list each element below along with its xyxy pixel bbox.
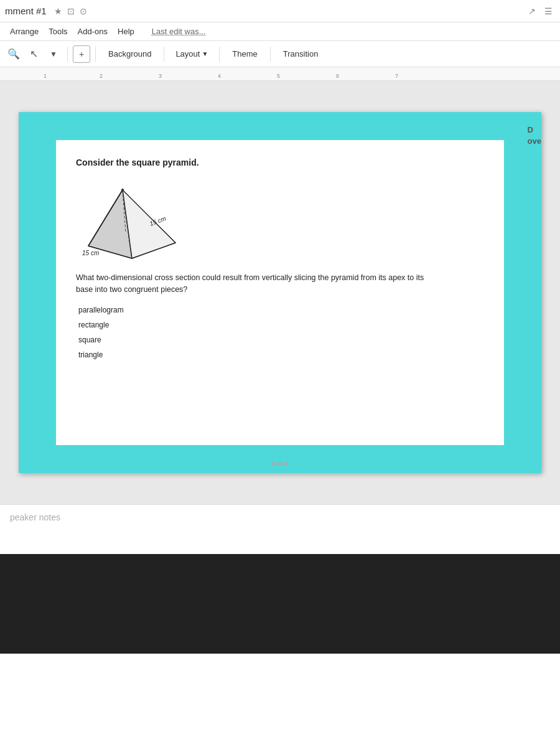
layout-button[interactable]: Layout ▼ — [169, 47, 214, 61]
add-element-icon[interactable]: + — [73, 45, 90, 63]
ruler-tick-6: 6 — [336, 73, 339, 79]
dot-3[interactable] — [284, 462, 288, 466]
ruler: 1 2 3 4 5 6 7 — [0, 67, 560, 81]
menu-help[interactable]: Help — [113, 27, 139, 36]
svg-text:15 cm: 15 cm — [82, 250, 99, 256]
option-rectangle[interactable]: rectangle — [76, 321, 484, 329]
sidebar-partial: D ove — [528, 125, 541, 147]
transition-button[interactable]: Transition — [276, 47, 326, 61]
menu-addons[interactable]: Add-ons — [73, 27, 113, 36]
ruler-tick-3: 3 — [159, 73, 162, 79]
ruler-tick-7: 7 — [395, 73, 398, 79]
question-text: What two-dimensional cross section could… — [76, 272, 437, 296]
cloud-icon[interactable]: ⊙ — [80, 6, 87, 16]
bottom-bar — [0, 554, 560, 654]
speaker-notes-placeholder: peaker notes — [10, 512, 60, 522]
separator-4 — [219, 47, 220, 62]
top-right-actions: ↗ ☰ — [526, 6, 555, 16]
sidebar-label-d: D — [528, 125, 541, 136]
separator-2 — [95, 47, 96, 62]
pyramid-svg: 15 cm 15 cm — [76, 177, 188, 265]
slide-navigation-dots[interactable] — [272, 462, 288, 466]
menu-icon[interactable]: ☰ — [544, 6, 553, 16]
menu-tools[interactable]: Tools — [44, 27, 72, 36]
star-icon[interactable]: ★ — [54, 6, 62, 16]
ruler-tick-5: 5 — [277, 73, 280, 79]
dot-1[interactable] — [272, 462, 276, 466]
layout-dropdown-arrow: ▼ — [202, 50, 208, 57]
slide-content-card: Consider the square pyramid. — [56, 140, 504, 445]
trend-icon[interactable]: ↗ — [528, 6, 536, 16]
option-triangle[interactable]: triangle — [76, 350, 484, 359]
pyramid-diagram: 15 cm 15 cm — [76, 177, 188, 265]
option-square[interactable]: square — [76, 336, 484, 344]
presentation-title: mment #1 — [5, 6, 47, 16]
last-edit-status: Last edit was... — [152, 27, 206, 36]
separator-1 — [67, 47, 68, 62]
toolbar: 🔍 ↖ ▼ + Background Layout ▼ Theme Transi… — [0, 41, 560, 67]
separator-3 — [164, 47, 164, 62]
slide-canvas[interactable]: Consider the square pyramid. — [19, 112, 541, 473]
slide-title: Consider the square pyramid. — [76, 157, 484, 167]
save-icon[interactable]: ⊡ — [67, 6, 75, 16]
option-parallelogram[interactable]: parallelogram — [76, 306, 484, 314]
ruler-tick-4: 4 — [218, 73, 221, 79]
sidebar-label-ove: ove — [528, 136, 541, 147]
menu-arrange[interactable]: Arrange — [5, 27, 44, 36]
title-bar: mment #1 ★ ⊡ ⊙ ↗ ☰ — [0, 0, 560, 22]
zoom-tool-icon[interactable]: 🔍 — [5, 45, 22, 63]
dot-2[interactable] — [278, 462, 282, 466]
dropdown-arrow-icon[interactable]: ▼ — [45, 45, 62, 63]
menu-bar: Arrange Tools Add-ons Help Last edit was… — [0, 22, 560, 41]
separator-5 — [270, 47, 271, 62]
ruler-tick-1: 1 — [44, 73, 47, 79]
ruler-tick-2: 2 — [100, 73, 103, 79]
svg-marker-5 — [123, 190, 175, 258]
main-area: Consider the square pyramid. — [0, 81, 560, 504]
cursor-tool-icon[interactable]: ↖ — [25, 45, 42, 63]
speaker-notes-area[interactable]: peaker notes — [0, 504, 560, 554]
background-button[interactable]: Background — [101, 47, 159, 61]
theme-button[interactable]: Theme — [225, 47, 264, 61]
